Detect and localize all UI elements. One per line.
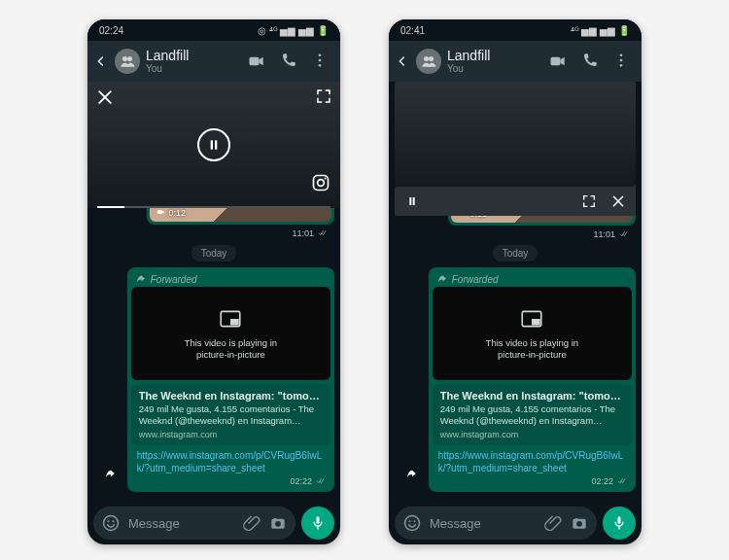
- chat-subtitle: You: [447, 63, 542, 74]
- chat-avatar[interactable]: [416, 49, 441, 74]
- pip-video-frame[interactable]: [395, 82, 636, 187]
- forwarded-label: Forwarded: [433, 271, 632, 287]
- link-description: 249 mil Me gusta, 4.155 comentarios - Th…: [440, 403, 624, 427]
- input-bar: Message: [87, 502, 340, 544]
- message-placeholder: Message: [430, 516, 537, 531]
- chat-subtitle: You: [146, 63, 241, 74]
- camera-icon[interactable]: [570, 513, 589, 533]
- call-icon[interactable]: [581, 52, 599, 71]
- link-description: 249 mil Me gusta, 4.155 comentarios - Th…: [139, 403, 323, 427]
- instagram-icon[interactable]: [311, 173, 330, 192]
- status-icons: ◎ ⁴ᴳ ▅▆ ▅▆ 🔋: [258, 25, 329, 36]
- status-time: 02:41: [400, 25, 425, 36]
- video-progress[interactable]: [97, 206, 124, 208]
- phone-right: 02:41 ⁴ᴳ ▅▆ ▅▆ 🔋 Landfill You: [389, 19, 642, 544]
- fullscreen-icon[interactable]: [581, 193, 597, 209]
- videocall-icon[interactable]: [247, 52, 266, 71]
- message-input[interactable]: Message: [93, 507, 295, 540]
- pause-icon[interactable]: [404, 193, 420, 209]
- link-title: The Weeknd en Instagram: "tomorr…: [440, 390, 624, 402]
- link-preview-card[interactable]: The Weeknd en Instagram: "tomorr… 249 mi…: [131, 384, 330, 445]
- chat-name: Landfill: [146, 49, 241, 63]
- link-source: www.instagram.com: [139, 430, 323, 439]
- status-bar: 02:24 ◎ ⁴ᴳ ▅▆ ▅▆ 🔋: [87, 19, 340, 41]
- back-button[interactable]: [395, 53, 410, 69]
- fullscreen-icon[interactable]: [315, 88, 332, 105]
- emoji-icon[interactable]: [402, 513, 422, 533]
- link-source: www.instagram.com: [440, 430, 624, 439]
- attach-icon[interactable]: [243, 514, 260, 532]
- forwarded-label: Forwarded: [131, 271, 330, 287]
- chat-name: Landfill: [447, 49, 542, 63]
- more-icon[interactable]: [612, 52, 630, 71]
- message-meta: 02:22: [286, 474, 330, 488]
- status-bar: 02:41 ⁴ᴳ ▅▆ ▅▆ 🔋: [389, 19, 642, 41]
- pip-text: This video is playing inpicture-in-pictu…: [486, 337, 579, 361]
- share-button[interactable]: [401, 463, 423, 484]
- date-pill: Today: [493, 245, 538, 262]
- pip-icon: [218, 306, 243, 332]
- video-overlay-expanded[interactable]: [87, 82, 340, 208]
- chat-title-block[interactable]: Landfill You: [146, 49, 241, 74]
- app-bar: Landfill You: [87, 41, 340, 82]
- chat-avatar[interactable]: [115, 49, 140, 74]
- pause-button[interactable]: [197, 128, 230, 161]
- videocall-icon[interactable]: [548, 52, 568, 71]
- message-link[interactable]: https://www.instagram.com/p/CVRugB6IwLk/…: [131, 445, 330, 474]
- status-time: 02:24: [99, 25, 123, 36]
- call-icon[interactable]: [280, 52, 297, 71]
- status-icons: ⁴ᴳ ▅▆ ▅▆ 🔋: [571, 25, 630, 36]
- phone-left: 02:24 ◎ ⁴ᴳ ▅▆ ▅▆ 🔋 Landfill You: [87, 19, 340, 544]
- pip-text: This video is playing inpicture-in-pictu…: [185, 337, 278, 361]
- pip-placeholder[interactable]: This video is playing inpicture-in-pictu…: [131, 287, 330, 380]
- close-icon[interactable]: [95, 88, 115, 107]
- back-button[interactable]: [93, 53, 109, 69]
- message-meta: 02:22: [587, 474, 632, 488]
- message-input[interactable]: Message: [395, 507, 597, 540]
- link-message-bubble[interactable]: Forwarded This video is playing inpictur…: [127, 267, 334, 492]
- link-message-bubble[interactable]: Forwarded This video is playing inpictur…: [429, 267, 636, 492]
- more-icon[interactable]: [311, 52, 329, 71]
- pip-placeholder[interactable]: This video is playing inpicture-in-pictu…: [433, 287, 632, 380]
- message-time: 11:01: [292, 228, 329, 238]
- message-time: 11:01: [593, 229, 630, 239]
- message-link[interactable]: https://www.instagram.com/p/CVRugB6IwLk/…: [433, 445, 632, 474]
- share-button[interactable]: [100, 463, 122, 484]
- app-bar: Landfill You: [389, 41, 642, 82]
- pip-control-bar[interactable]: [395, 187, 636, 216]
- attach-icon[interactable]: [544, 514, 562, 532]
- message-placeholder: Message: [128, 516, 235, 531]
- emoji-icon[interactable]: [101, 513, 121, 533]
- link-title: The Weeknd en Instagram: "tomorr…: [139, 390, 323, 402]
- mic-button[interactable]: [603, 507, 636, 540]
- video-duration: 0:12: [156, 207, 187, 218]
- mic-button[interactable]: [301, 507, 334, 540]
- input-bar: Message: [389, 502, 642, 544]
- date-pill: Today: [191, 245, 237, 262]
- link-preview-card[interactable]: The Weeknd en Instagram: "tomorr… 249 mi…: [433, 384, 632, 445]
- chat-title-block[interactable]: Landfill You: [447, 49, 542, 74]
- close-icon[interactable]: [610, 193, 626, 209]
- camera-icon[interactable]: [268, 513, 288, 533]
- pip-icon: [519, 306, 544, 332]
